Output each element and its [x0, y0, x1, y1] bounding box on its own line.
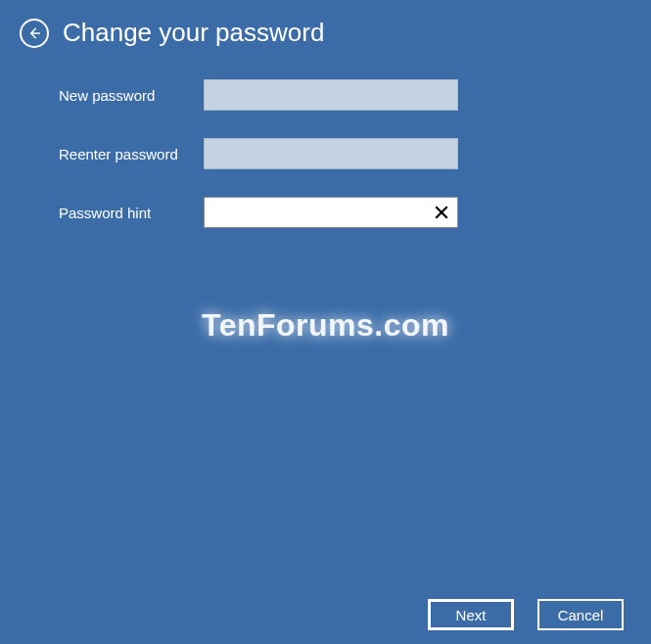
new-password-input-wrap — [204, 79, 458, 111]
back-arrow-icon — [26, 25, 42, 41]
reenter-password-row: Reenter password — [59, 138, 631, 169]
header: Change your password — [0, 0, 651, 58]
page-title: Change your password — [63, 18, 324, 48]
reenter-password-input[interactable] — [204, 138, 458, 169]
password-form: New password Reenter password Password h… — [0, 58, 651, 228]
watermark-text: TenForums.com — [202, 307, 449, 344]
password-hint-input[interactable] — [204, 197, 458, 228]
password-hint-row: Password hint — [59, 197, 631, 228]
next-button[interactable]: Next — [428, 599, 514, 630]
new-password-row: New password — [59, 79, 631, 111]
reenter-password-input-wrap — [204, 138, 458, 169]
close-icon — [435, 206, 448, 219]
new-password-label: New password — [59, 87, 204, 104]
password-hint-input-wrap — [204, 197, 458, 228]
back-button[interactable] — [20, 19, 49, 48]
button-bar: Next Cancel — [428, 599, 624, 630]
reenter-password-label: Reenter password — [59, 146, 204, 162]
cancel-button[interactable]: Cancel — [537, 599, 624, 630]
clear-hint-button[interactable] — [431, 202, 452, 223]
new-password-input[interactable] — [204, 79, 458, 111]
password-hint-label: Password hint — [59, 205, 204, 221]
